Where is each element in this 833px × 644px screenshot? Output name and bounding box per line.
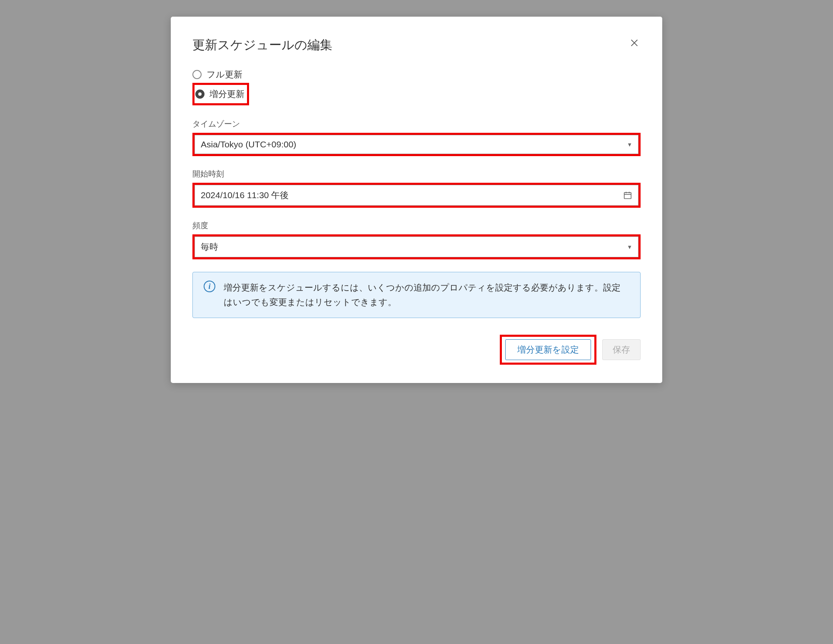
frequency-label: 頻度 — [192, 220, 641, 231]
highlight-frequency: 毎時 ▼ — [192, 234, 641, 259]
frequency-field: 頻度 毎時 ▼ — [192, 220, 641, 259]
chevron-down-icon: ▼ — [627, 142, 632, 148]
highlight-incremental: 増分更新 — [192, 83, 249, 105]
refresh-type-radio-group: フル更新 増分更新 — [192, 66, 641, 105]
highlight-configure-button: 増分更新を設定 — [500, 335, 596, 365]
timezone-field: タイムゾーン Asia/Tokyo (UTC+09:00) ▼ — [192, 119, 641, 156]
start-time-value: 2024/10/16 11:30 午後 — [201, 189, 289, 201]
radio-full-refresh[interactable]: フル更新 — [192, 66, 641, 83]
highlight-start-time: 2024/10/16 11:30 午後 — [192, 183, 641, 208]
start-time-label: 開始時刻 — [192, 169, 641, 179]
start-time-input[interactable]: 2024/10/16 11:30 午後 — [195, 185, 638, 206]
calendar-icon — [623, 191, 632, 200]
timezone-value: Asia/Tokyo (UTC+09:00) — [201, 139, 296, 149]
radio-incremental-refresh[interactable]: 増分更新 — [195, 86, 244, 102]
save-button: 保存 — [602, 339, 641, 360]
timezone-label: タイムゾーン — [192, 119, 641, 129]
info-box: i 増分更新をスケジュールするには、いくつかの追加のプロパティを設定する必要があ… — [192, 272, 641, 318]
close-button[interactable] — [628, 37, 641, 49]
chevron-down-icon: ▼ — [627, 244, 632, 250]
modal-title: 更新スケジュールの編集 — [192, 37, 332, 54]
frequency-value: 毎時 — [201, 241, 218, 253]
configure-incremental-button[interactable]: 増分更新を設定 — [505, 339, 591, 360]
info-icon: i — [204, 281, 215, 292]
start-time-field: 開始時刻 2024/10/16 11:30 午後 — [192, 169, 641, 208]
radio-incremental-label: 増分更新 — [209, 88, 244, 100]
modal-footer: 増分更新を設定 保存 — [192, 335, 641, 365]
timezone-select[interactable]: Asia/Tokyo (UTC+09:00) ▼ — [195, 135, 638, 154]
radio-unselected-icon — [192, 70, 202, 79]
modal-header: 更新スケジュールの編集 — [192, 37, 641, 54]
frequency-select[interactable]: 毎時 ▼ — [195, 236, 638, 257]
refresh-schedule-modal: 更新スケジュールの編集 フル更新 増分更新 タイムゾーン Asia/Tokyo … — [171, 17, 662, 383]
close-icon — [630, 38, 639, 47]
info-text: 増分更新をスケジュールするには、いくつかの追加のプロパティを設定する必要がありま… — [224, 281, 629, 309]
radio-full-label: フル更新 — [207, 69, 242, 80]
radio-selected-icon — [195, 90, 205, 99]
highlight-timezone: Asia/Tokyo (UTC+09:00) ▼ — [192, 133, 641, 156]
svg-rect-2 — [624, 193, 631, 199]
